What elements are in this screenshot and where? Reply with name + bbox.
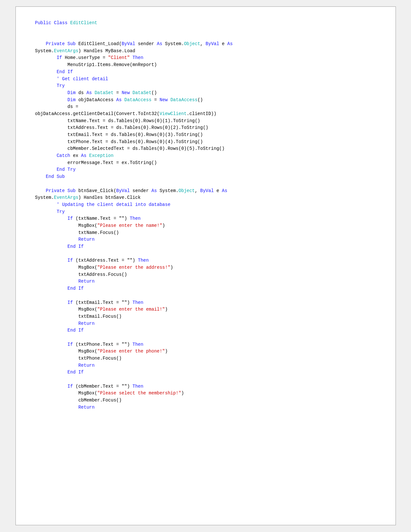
code-window: Public Class EditClient Private Sub Edit… (15, 6, 396, 525)
code-content: Public Class EditClient Private Sub Edit… (35, 20, 376, 411)
